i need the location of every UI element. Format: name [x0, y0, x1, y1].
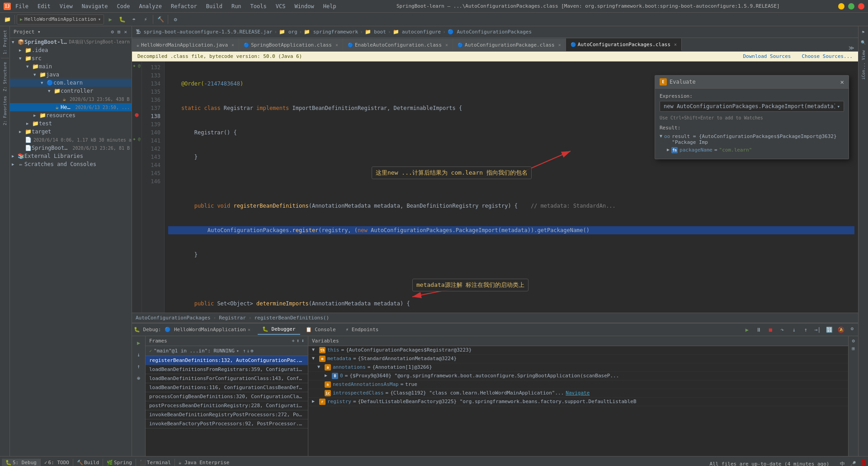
frame-1[interactable]: loadBeanDefinitionsFromRegistrars:359, C…: [146, 365, 308, 374]
menu-code[interactable]: Code: [115, 2, 132, 10]
eval-result-2-arrow[interactable]: ▶: [667, 147, 670, 152]
menu-window[interactable]: Window: [292, 2, 316, 10]
frames-export-btn[interactable]: ⬆: [297, 338, 300, 344]
cb-method[interactable]: registerBeanDefinitions(): [254, 315, 329, 321]
bc-org[interactable]: 📁 org: [279, 29, 297, 35]
run-config-selector[interactable]: ▶ HelloWordMainApplication ▾: [17, 14, 104, 24]
build-tab-bottom[interactable]: 🔨 Build: [73, 459, 103, 466]
spring-tab-bottom[interactable]: 🌿 Spring: [103, 459, 136, 466]
favorites-panel-btn[interactable]: 2: Favorites: [2, 94, 8, 127]
menu-tools[interactable]: Tools: [249, 2, 269, 10]
debug-mute-btn[interactable]: 🔕: [836, 325, 846, 335]
var-registry-arrow[interactable]: ▶: [312, 399, 317, 404]
tree-item-controller[interactable]: ▼ 📁 controller: [10, 87, 132, 95]
sidebar-gear-btn[interactable]: ⚙: [110, 28, 115, 36]
debug-side-filter[interactable]: ⊕: [134, 373, 144, 383]
run-btn[interactable]: ▶: [105, 14, 116, 25]
var-introspected[interactable]: ic introspectedClass = {Class@1192} "cla…: [308, 389, 848, 398]
tab-close-hellomain[interactable]: ×: [231, 43, 234, 48]
tree-item-springboot-learn[interactable]: ▼ 📦 SpringBoot-learn DA项目\SpringBoot-lea…: [10, 38, 132, 46]
code-editor[interactable]: ✚ @ ● ✚ @: [132, 62, 858, 313]
status-mic-btn[interactable]: 🎤: [850, 461, 856, 466]
icons-panel-btn[interactable]: 🔍: [860, 38, 867, 47]
toolbar-open-btn[interactable]: 📁: [2, 14, 13, 25]
tab-hellomain[interactable]: ☕ HelloWordMainApplication.java ×: [132, 38, 239, 51]
debug-btn[interactable]: 🐛: [117, 14, 127, 25]
tree-item-idea[interactable]: ▶ 📁 .idea: [10, 46, 132, 54]
frame-2[interactable]: loadBeanDefinitionsForConfigurationClass…: [146, 374, 308, 383]
var-annotations-arrow[interactable]: ▼: [317, 364, 323, 369]
menu-edit[interactable]: Edit: [36, 2, 52, 10]
frame-0[interactable]: registerBeanDefinitions:132, AutoConfigu…: [146, 356, 308, 365]
tree-item-hellocontroller[interactable]: ☕ HelloController 2020/6/13 23:56, 438 B…: [10, 95, 132, 103]
eval-dropdown-btn[interactable]: ▾: [837, 104, 840, 109]
debug-side-up[interactable]: ↑: [134, 361, 144, 371]
eval-close-btn[interactable]: ✕: [840, 78, 844, 86]
var-registry[interactable]: ▶ r registry = {DefaultListableBeanFacto…: [308, 398, 848, 406]
status-ime-btn[interactable]: 中: [840, 461, 845, 466]
var-this-arrow[interactable]: ▼: [312, 347, 317, 352]
debug-runtohere-btn[interactable]: →|: [812, 325, 822, 335]
debug-stop-btn[interactable]: ■: [765, 325, 775, 335]
coverage-btn[interactable]: ☂: [128, 14, 139, 25]
frame-3[interactable]: loadBeanDefinitions:116, ConfigurationCl…: [146, 383, 308, 392]
build-btn[interactable]: 🔨: [155, 14, 166, 25]
tab-autoconfigpkg[interactable]: 🔵 AutoConfigurationPackage.class ×: [453, 38, 566, 51]
debug-tab-endpoints[interactable]: ⚡ Endpoints: [341, 324, 383, 335]
bc-autoconfigure[interactable]: 📁 autoconfigure: [393, 29, 441, 35]
frame-5[interactable]: postProcessBeanDefinitionRegistry:228, C…: [146, 401, 308, 410]
minimize-button[interactable]: [838, 3, 844, 10]
todo-tab-bottom[interactable]: ✓ 6: TODO: [41, 459, 73, 466]
var-metadata-arrow[interactable]: ▼: [312, 356, 317, 361]
debug-tab-debugger[interactable]: 🐛 Debugger: [258, 324, 300, 335]
debug-tab-console[interactable]: 📋 Console: [301, 324, 340, 335]
frame-7[interactable]: invokeBeanFactoryPostProcessors:92, Post…: [146, 419, 308, 428]
tab-close-springbootapp[interactable]: ×: [335, 43, 338, 48]
tab-enableauto[interactable]: 🔵 EnableAutoConfiguration.class ×: [343, 38, 453, 51]
tree-item-pomxml[interactable]: 📄 pom.xml 2020/6/14 0:06, 1.17 kB 30 min…: [10, 136, 132, 144]
java-enterprise-tab-bottom[interactable]: ☕ Java Enterprise: [175, 459, 233, 466]
tree-item-hellomain[interactable]: ☕ HelloWordMainApplication 2020/6/13 23:…: [10, 103, 132, 111]
eval-result-1-arrow[interactable]: ▼: [660, 133, 662, 138]
debug-side-down[interactable]: ↓: [134, 350, 144, 360]
tab-close-autoconfigpkg[interactable]: ×: [558, 43, 561, 48]
choose-sources-link[interactable]: Choose Sources...: [802, 53, 853, 59]
tree-item-main[interactable]: ▼ 📁 main: [10, 62, 132, 71]
menu-analyze[interactable]: Analyze: [137, 2, 164, 10]
frames-import-btn[interactable]: ⬇: [301, 338, 304, 344]
menu-refactor[interactable]: Refactor: [169, 2, 199, 10]
eval-input-wrap[interactable]: ▾: [660, 101, 844, 112]
var-introspected-navigate[interactable]: Navigate: [566, 390, 590, 396]
thread-dropdown[interactable]: ▾: [236, 348, 239, 353]
structure-panel-btn[interactable]: Z: Structure: [2, 60, 8, 93]
validation-panel-btn[interactable]: ⚑: [860, 28, 867, 36]
frame-6[interactable]: invokeBeanDefinitionRegistryPostProcesso…: [146, 410, 308, 419]
settings-btn[interactable]: ⚙: [170, 14, 181, 25]
tree-item-scratches[interactable]: ▶ ✏️ Scratches and Consoles: [10, 160, 132, 168]
terminal-tab-bottom[interactable]: ⬛ Terminal: [136, 459, 175, 466]
cb-autoconfig[interactable]: AutoConfigurationPackages: [136, 315, 211, 321]
debug-settings-side-btn[interactable]: ⚙: [852, 338, 855, 344]
bc-boot[interactable]: 📁 boot: [365, 29, 386, 35]
tab-springbootapp[interactable]: 🔵 SpringBootApplication.class ×: [239, 38, 343, 51]
thread-prev-btn[interactable]: ↑: [243, 348, 246, 354]
menu-build[interactable]: Build: [204, 2, 224, 10]
thread-selector[interactable]: ✓ "main"@1 in ...in": RUNNING ▾ ↑ ↓ ⊕: [146, 346, 308, 356]
sogou-icon[interactable]: S: [861, 458, 866, 466]
menu-view[interactable]: View: [58, 2, 75, 10]
sidebar-layout-btn[interactable]: ⊞: [117, 28, 122, 36]
maximize-button[interactable]: [848, 3, 854, 10]
debug-resume-btn[interactable]: ▶: [742, 325, 752, 335]
sidebar-close-btn[interactable]: ✕: [123, 28, 128, 36]
eval-expression-input[interactable]: [664, 103, 835, 109]
tree-item-java[interactable]: ▼ 📁 java: [10, 71, 132, 79]
var-annotations[interactable]: ▼ a annotations = {Annotation[1]@3266}: [308, 363, 848, 372]
tree-item-target[interactable]: ▶ 📁 target: [10, 128, 132, 136]
tree-item-test[interactable]: ▶ 📁 test: [10, 119, 132, 128]
tab-close-autoconfigpkgs[interactable]: ×: [674, 42, 677, 47]
icocon-panel-btn[interactable]: iCon... View: [860, 48, 867, 81]
menu-help[interactable]: Help: [321, 2, 338, 10]
close-button[interactable]: [858, 3, 864, 10]
debug-tab-bottom[interactable]: 🐛 5: Debug: [2, 459, 41, 466]
tab-autoconfigpkgs[interactable]: 🔵 AutoConfigurationPackages.class ×: [566, 38, 682, 51]
